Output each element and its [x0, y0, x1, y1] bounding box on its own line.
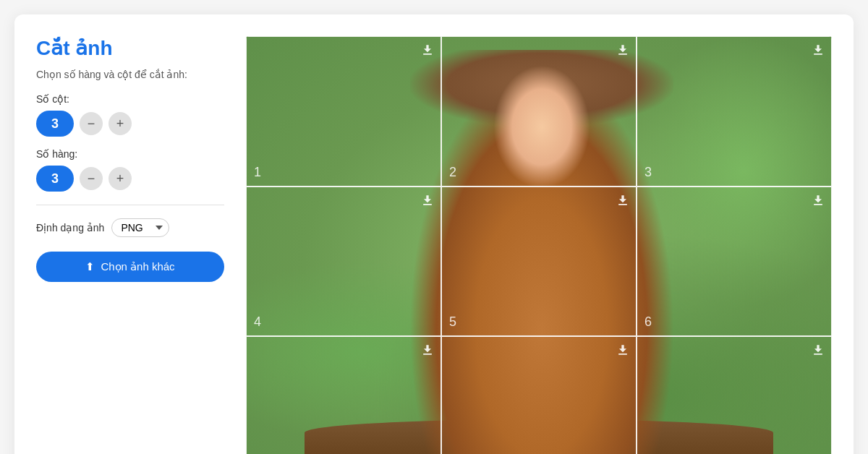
- cell-number-5: 5: [449, 314, 456, 330]
- columns-decrease-btn[interactable]: −: [80, 112, 103, 135]
- image-grid-overlay: 1 2 3 4 5 6 7 8 9: [246, 36, 832, 454]
- choose-image-label: Chọn ảnh khác: [101, 260, 174, 273]
- rows-control: Số hàng: 3 − +: [36, 148, 224, 192]
- download-icon-1[interactable]: [420, 43, 435, 61]
- image-grid-container: 1 2 3 4 5 6 7 8 9: [246, 36, 832, 454]
- cell-number-4: 4: [254, 314, 261, 330]
- download-icon-5[interactable]: [616, 193, 630, 211]
- cell-number-6: 6: [644, 314, 652, 330]
- grid-cell-1: 1: [246, 36, 441, 187]
- grid-cell-2: 2: [441, 36, 637, 187]
- columns-stepper-row: 3 − +: [36, 111, 224, 137]
- rows-decrease-btn[interactable]: −: [80, 167, 103, 190]
- cell-number-3: 3: [644, 165, 652, 180]
- rows-increase-btn[interactable]: +: [109, 167, 132, 190]
- download-icon-3[interactable]: [811, 43, 825, 61]
- download-icon-7[interactable]: [420, 343, 435, 361]
- columns-control: Số cột: 3 − +: [36, 93, 224, 137]
- download-icon-2[interactable]: [616, 43, 630, 61]
- download-icon-6[interactable]: [811, 193, 825, 211]
- upload-icon: ⬆: [85, 260, 95, 273]
- panel-title: Cắt ảnh: [36, 36, 224, 60]
- columns-label: Số cột:: [36, 93, 224, 105]
- download-icon-9[interactable]: [811, 343, 825, 361]
- cell-number-1: 1: [254, 165, 261, 180]
- format-select[interactable]: PNG JPEG WEBP: [111, 218, 169, 237]
- grid-cell-4: 4: [246, 187, 441, 337]
- rows-value: 3: [36, 166, 74, 192]
- columns-increase-btn[interactable]: +: [109, 112, 132, 135]
- rows-label: Số hàng:: [36, 148, 224, 160]
- grid-cell-9: 9: [637, 336, 832, 454]
- format-row: Định dạng ảnh PNG JPEG WEBP: [36, 218, 224, 237]
- grid-cell-3: 3: [637, 36, 832, 187]
- controls-panel: Cắt ảnh Chọn số hàng và cột để cắt ảnh: …: [36, 36, 224, 282]
- download-icon-4[interactable]: [420, 193, 435, 211]
- panel-subtitle: Chọn số hàng và cột để cắt ảnh:: [36, 69, 224, 80]
- grid-cell-7: 7: [246, 336, 441, 454]
- format-label: Định dạng ảnh: [36, 222, 104, 234]
- choose-image-button[interactable]: ⬆ Chọn ảnh khác: [36, 252, 224, 282]
- grid-cell-6: 6: [637, 187, 832, 337]
- divider: [36, 205, 224, 205]
- grid-cell-5: 5: [441, 187, 637, 337]
- columns-value: 3: [36, 111, 74, 137]
- main-container: Cắt ảnh Chọn số hàng và cột để cắt ảnh: …: [14, 14, 854, 454]
- image-panel: 1 2 3 4 5 6 7 8 9: [246, 36, 832, 454]
- rows-stepper-row: 3 − +: [36, 166, 224, 192]
- grid-cell-8: 8: [441, 336, 637, 454]
- cell-number-2: 2: [449, 165, 456, 180]
- download-icon-8[interactable]: [616, 343, 630, 361]
